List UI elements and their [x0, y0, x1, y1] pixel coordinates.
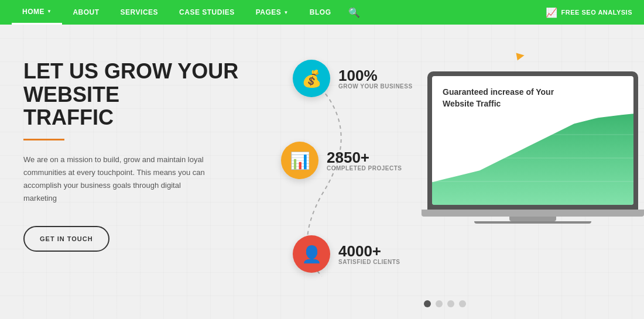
stat-grow-label: Grow your business [338, 83, 413, 90]
stat-grow-business-text: 100% Grow your business [338, 68, 413, 90]
nav-blog[interactable]: BLOG [299, 0, 342, 25]
hero-headline-line2: TRAFFIC [23, 105, 114, 129]
nav-home-label: HOME [22, 8, 44, 16]
svg-marker-0 [432, 113, 633, 205]
dot-2[interactable] [436, 300, 443, 307]
dot-3[interactable] [447, 300, 454, 307]
money-bag-icon: 💰 [302, 69, 322, 88]
stat-circle-cyan: 💰 [293, 60, 330, 97]
person-icon: 👤 [302, 245, 322, 264]
nav-services-label: SERVICES [121, 8, 158, 16]
laptop-screen: Guaranteed increase of Your Website Traf… [432, 76, 633, 205]
dot-1[interactable] [424, 300, 431, 307]
stat-completed-projects: 📊 2850+ COMPLETED PROJECTS [281, 142, 402, 179]
laptop-chart [432, 111, 633, 205]
hero-left: LET US GROW YOUR WEBSITE TRAFFIC We are … [0, 25, 246, 319]
get-in-touch-button[interactable]: GET IN TOUCH [23, 226, 109, 252]
stat-projects-text: 2850+ COMPLETED PROJECTS [327, 150, 402, 171]
laptop-base [422, 210, 644, 217]
stat-circle-yellow: 📊 [281, 142, 318, 179]
nav-about-label: ABOUT [73, 8, 99, 16]
nav-case-studies[interactable]: CASE STUDIES [169, 0, 245, 25]
search-button[interactable]: 🔍 [341, 0, 367, 25]
paper-plane-icon: ► [513, 47, 528, 64]
stat-clients-label: SATISFIED CLIENTS [338, 259, 400, 265]
nav-left: HOME ▼ ABOUT SERVICES CASE STUDIES PAGES… [12, 0, 367, 25]
laptop-stand [509, 217, 556, 221]
laptop-foot [474, 221, 591, 224]
stat-projects-label: COMPLETED PROJECTS [327, 165, 402, 171]
nav-pages[interactable]: PAGES ▼ [245, 0, 299, 25]
navbar: HOME ▼ ABOUT SERVICES CASE STUDIES PAGES… [0, 0, 644, 25]
hero-section: LET US GROW YOUR WEBSITE TRAFFIC We are … [0, 25, 644, 319]
stat-circle-red: 👤 [293, 235, 330, 273]
stat-clients-text: 4000+ SATISFIED CLIENTS [338, 243, 400, 265]
chart-icon: 📈 [546, 7, 558, 18]
stat-satisfied-clients: 👤 4000+ SATISFIED CLIENTS [293, 235, 400, 273]
nav-pages-arrow: ▼ [283, 10, 288, 15]
nav-home[interactable]: HOME ▼ [12, 0, 62, 25]
laptop-shell: Guaranteed increase of Your Website Traf… [427, 71, 638, 210]
nav-about[interactable]: ABOUT [62, 0, 109, 25]
hero-headline: LET US GROW YOUR WEBSITE TRAFFIC [23, 60, 246, 129]
stat-grow-number: 100% [338, 68, 413, 83]
search-icon: 🔍 [348, 7, 360, 18]
nav-services[interactable]: SERVICES [110, 0, 169, 25]
nav-pages-label: PAGES [256, 8, 282, 16]
nav-case-studies-label: CASE STUDIES [179, 8, 235, 16]
stat-clients-number: 4000+ [338, 243, 400, 259]
dot-4[interactable] [459, 300, 466, 307]
hero-right: ► 💰 100% Grow your business 📊 2850+ COMP… [246, 25, 644, 319]
laptop: Guaranteed increase of Your Website Traf… [427, 71, 638, 224]
hero-underline [23, 139, 64, 140]
dots-indicator [424, 300, 466, 307]
stat-grow-business: 💰 100% Grow your business [293, 60, 413, 97]
free-seo-btn[interactable]: 📈 FREE SEO ANALYSIS [546, 7, 632, 18]
hero-subtext: We are on a mission to build, grow and m… [23, 153, 211, 205]
laptop-screen-text: Guaranteed increase of Your Website Traf… [443, 87, 554, 109]
stat-projects-number: 2850+ [327, 150, 402, 165]
chart-bar-icon: 📊 [290, 151, 310, 170]
nav-home-arrow: ▼ [47, 9, 52, 14]
nav-blog-label: BLOG [310, 8, 331, 16]
nav-cta-label: FREE SEO ANALYSIS [561, 9, 632, 16]
hero-headline-line1: LET US GROW YOUR WEBSITE [23, 59, 238, 107]
